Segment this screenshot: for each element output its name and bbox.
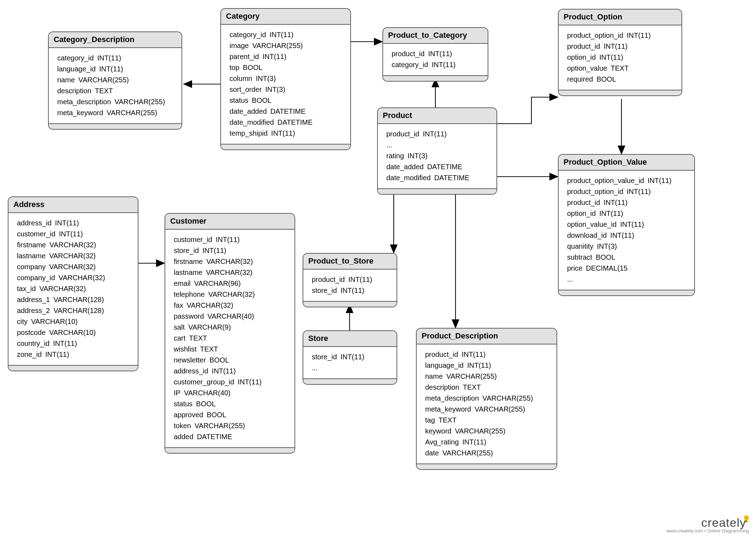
table-product_option_value[interactable]: Product_Option_Valueproduct_option_value… bbox=[558, 154, 695, 296]
field-type: BOOL bbox=[596, 74, 616, 85]
table-product[interactable]: Productproduct_idINT(11)...ratingINT(3)d… bbox=[377, 107, 497, 195]
field-type: VARCHAR(255) bbox=[442, 448, 493, 459]
table-title: Product_Option bbox=[559, 10, 681, 25]
field-type: INT(11) bbox=[599, 208, 623, 219]
field-type: VARCHAR(255) bbox=[446, 371, 497, 382]
field-name: product_option_id bbox=[567, 186, 623, 197]
field-name: zone_id bbox=[17, 349, 42, 360]
field-type: INT(11) bbox=[238, 377, 262, 388]
table-category[interactable]: Categorycategory_idINT(11)imageVARCHAR(2… bbox=[220, 8, 351, 150]
field-type: DATETIME bbox=[278, 117, 313, 128]
field-type: INT(11) bbox=[462, 349, 486, 360]
table-field: newsletterBOOL bbox=[174, 355, 288, 366]
field-type: VARCHAR(32) bbox=[206, 267, 252, 278]
table-product_to_store[interactable]: Product_to_Storeproduct_idINT(11)store_i… bbox=[303, 253, 397, 307]
table-field: nameVARCHAR(255) bbox=[425, 371, 550, 382]
field-name: top bbox=[230, 62, 239, 73]
table-field: companyVARCHAR(32) bbox=[17, 261, 131, 272]
table-field: firstnameVARCHAR(32) bbox=[17, 240, 131, 250]
field-type: INT(3) bbox=[265, 84, 285, 95]
field-name: option_value_id bbox=[567, 219, 617, 230]
table-title: Category bbox=[221, 9, 350, 25]
field-type: INT(11) bbox=[423, 129, 447, 140]
table-field: imageVARCHAR(255) bbox=[230, 40, 344, 51]
field-type: DATETIME bbox=[270, 106, 306, 117]
table-product_description[interactable]: Product_Descriptionproduct_idINT(11)lang… bbox=[416, 328, 557, 470]
table-product_option[interactable]: Product_Optionproduct_option_idINT(11)pr… bbox=[558, 9, 682, 96]
table-field: nameVARCHAR(255) bbox=[57, 75, 175, 85]
table-field: download_idINT(11) bbox=[567, 230, 688, 241]
field-name: description bbox=[57, 85, 91, 96]
field-name: sort_order bbox=[230, 84, 262, 95]
table-field: company_idVARCHAR(32) bbox=[17, 272, 131, 283]
field-type: VARCHAR(32) bbox=[49, 261, 96, 272]
table-field: postcodeVARCHAR(10) bbox=[17, 327, 131, 338]
field-name: product_option_value_id bbox=[567, 175, 644, 186]
table-field: approvedBOOL bbox=[174, 409, 288, 420]
table-field: category_idINT(11) bbox=[392, 59, 481, 70]
table-store[interactable]: Storestore_idINT(11)... bbox=[303, 330, 397, 385]
table-field: language_idINT(11) bbox=[57, 64, 175, 75]
table-category_description[interactable]: Category_Descriptioncategory_idINT(11)la… bbox=[48, 31, 182, 130]
table-field: meta_descriptionVARCHAR(255) bbox=[425, 393, 550, 404]
field-name: product_id bbox=[386, 129, 419, 140]
field-name: firstname bbox=[17, 240, 46, 250]
field-type: BOOL bbox=[196, 399, 216, 409]
table-field: statusBOOL bbox=[230, 95, 344, 106]
table-footer bbox=[8, 366, 138, 371]
field-name: fax bbox=[174, 300, 183, 311]
field-type: INT(3) bbox=[407, 151, 428, 161]
table-field: requiredBOOL bbox=[567, 74, 675, 85]
field-name: name bbox=[425, 371, 443, 382]
field-type: VARCHAR(255) bbox=[107, 107, 157, 118]
table-product_to_category[interactable]: Product_to_Categoryproduct_idINT(11)cate… bbox=[382, 27, 488, 82]
table-customer[interactable]: Customercustomer_idINT(11)store_idINT(11… bbox=[165, 213, 295, 454]
field-name: keyword bbox=[425, 426, 451, 437]
field-type: DATETIME bbox=[427, 161, 463, 172]
field-name: lastname bbox=[17, 250, 46, 261]
table-field: product_option_idINT(11) bbox=[567, 30, 675, 41]
table-field: statusBOOL bbox=[174, 399, 288, 409]
table-footer bbox=[303, 379, 397, 384]
table-field: priceDECIMAL(15 bbox=[567, 263, 688, 274]
table-field: address_2VARCHAR(128) bbox=[17, 305, 131, 316]
table-field: category_idINT(11) bbox=[230, 29, 344, 40]
field-type: VARCHAR(32) bbox=[49, 250, 96, 261]
table-field: IPVARCHAR(40) bbox=[174, 388, 288, 399]
table-field: descriptionTEXT bbox=[425, 382, 550, 393]
field-name: language_id bbox=[57, 64, 96, 75]
table-field: address_idINT(11) bbox=[174, 366, 288, 377]
field-type: INT(11) bbox=[610, 230, 634, 241]
table-field: subtractBOOL bbox=[567, 252, 688, 263]
field-type: VARCHAR(255) bbox=[455, 426, 505, 437]
field-name: status bbox=[230, 95, 248, 106]
table-field: address_idINT(11) bbox=[17, 218, 131, 229]
field-name: download_id bbox=[567, 230, 607, 241]
field-type: TEXT bbox=[200, 344, 218, 355]
table-address[interactable]: Addressaddress_idINT(11)customer_idINT(1… bbox=[8, 196, 138, 371]
field-type: INT(11) bbox=[627, 30, 651, 41]
field-name: Avg_rating bbox=[425, 437, 459, 448]
table-field: customer_group_idINT(11) bbox=[174, 377, 288, 388]
table-body: store_idINT(11)... bbox=[303, 347, 397, 379]
field-name: subtract bbox=[567, 252, 592, 263]
brand-name: creately bbox=[701, 516, 746, 529]
table-field: product_idINT(11) bbox=[386, 129, 490, 140]
table-field: cityVARCHAR(10) bbox=[17, 316, 131, 327]
field-name: column bbox=[230, 73, 252, 84]
field-name: product_id bbox=[425, 349, 458, 360]
field-type: TEXT bbox=[611, 63, 629, 74]
table-field: address_1VARCHAR(128) bbox=[17, 294, 131, 305]
field-type: INT(11) bbox=[599, 52, 623, 63]
table-field: telephoneVARCHAR(32) bbox=[174, 289, 288, 300]
table-field: keywordVARCHAR(255) bbox=[425, 426, 550, 437]
field-name: product_id bbox=[567, 41, 600, 52]
field-type: INT(11) bbox=[262, 51, 286, 62]
field-type: VARCHAR(9) bbox=[188, 322, 231, 333]
table-field: meta_descriptionVARCHAR(255) bbox=[57, 96, 175, 107]
table-footer bbox=[221, 144, 350, 149]
field-type: INT(11) bbox=[620, 219, 644, 230]
field-name: company_id bbox=[17, 272, 55, 283]
table-title: Category_Description bbox=[49, 32, 181, 48]
field-type: VARCHAR(32) bbox=[208, 289, 255, 300]
